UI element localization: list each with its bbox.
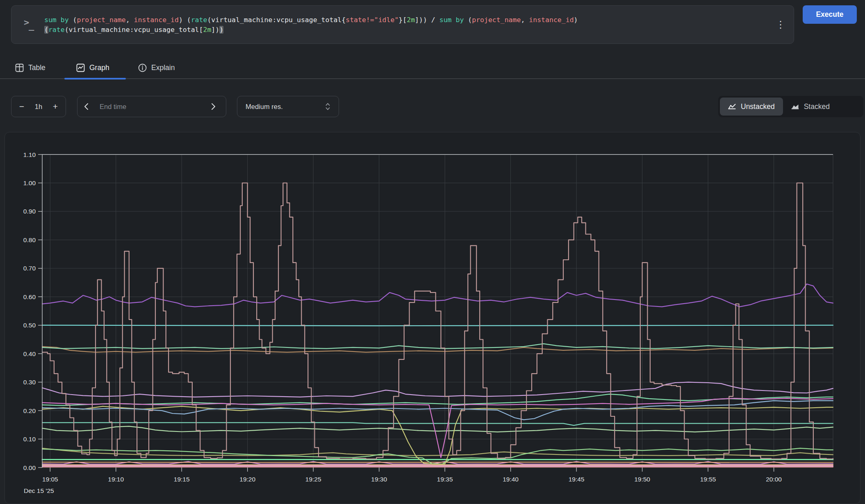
stacked-label: Stacked	[804, 102, 830, 111]
tab-graph-label: Graph	[89, 64, 109, 72]
unstacked-label: Unstacked	[741, 102, 775, 111]
svg-text:19:30: 19:30	[371, 476, 387, 483]
duration-decrease-button[interactable]: −	[18, 102, 25, 111]
svg-text:0.40: 0.40	[23, 350, 36, 357]
tab-explain[interactable]: Explain	[138, 59, 175, 76]
graph-controls: − 1h + End time Medium res.	[0, 96, 865, 117]
svg-text:0.00: 0.00	[23, 464, 36, 471]
svg-text:19:50: 19:50	[634, 476, 650, 483]
svg-text:19:45: 19:45	[569, 476, 585, 483]
svg-text:Dec 15 '25: Dec 15 '25	[24, 487, 54, 494]
svg-text:0.90: 0.90	[23, 208, 36, 215]
svg-text:19:10: 19:10	[108, 476, 124, 483]
svg-text:20:00: 20:00	[766, 476, 782, 483]
unstacked-button[interactable]: Unstacked	[720, 98, 783, 116]
graph-canvas[interactable]: 1.101.000.900.800.700.600.500.400.300.20…	[5, 132, 861, 504]
svg-text:0.50: 0.50	[23, 322, 36, 329]
stacked-button[interactable]: Stacked	[783, 98, 838, 116]
svg-text:0.20: 0.20	[23, 407, 36, 414]
graph-icon	[76, 64, 85, 72]
query-bar[interactable]: > _ sum by (project_name, instance_id) (…	[11, 5, 794, 44]
svg-text:0.70: 0.70	[23, 265, 36, 272]
endtime-prev-button[interactable]	[84, 103, 92, 110]
resolution-value: Medium res.	[246, 103, 283, 111]
resolution-select[interactable]: Medium res.	[237, 96, 339, 117]
svg-text:0.60: 0.60	[23, 293, 36, 300]
line-chart-icon	[728, 103, 736, 110]
endtime-input[interactable]: End time	[92, 103, 211, 111]
svg-text:19:25: 19:25	[305, 476, 321, 483]
stacking-toggle-group: Unstacked Stacked	[718, 96, 863, 117]
tab-table[interactable]: Table	[15, 59, 46, 76]
active-tab-underline	[64, 78, 126, 79]
tab-graph[interactable]: Graph	[76, 59, 109, 76]
duration-increase-button[interactable]: +	[52, 102, 59, 111]
duration-control: − 1h +	[11, 96, 66, 117]
svg-text:19:05: 19:05	[42, 476, 58, 483]
tab-table-label: Table	[28, 64, 46, 72]
area-chart-icon	[791, 103, 799, 110]
tabs-bar: Table Graph Explain	[0, 56, 865, 79]
info-icon	[138, 64, 147, 72]
select-chevrons-icon	[325, 102, 330, 111]
svg-text:19:15: 19:15	[174, 476, 190, 483]
svg-text:0.80: 0.80	[23, 236, 36, 243]
svg-text:1.10: 1.10	[23, 151, 36, 158]
duration-value[interactable]: 1h	[35, 103, 42, 111]
tabs-divider	[0, 78, 865, 79]
terminal-prompt-icon: > _	[24, 17, 43, 34]
svg-text:1.00: 1.00	[23, 179, 36, 186]
svg-text:19:35: 19:35	[437, 476, 453, 483]
svg-text:19:55: 19:55	[700, 476, 716, 483]
chart-panel: 1.101.000.900.800.700.600.500.400.300.20…	[5, 132, 860, 504]
chevron-left-icon	[84, 103, 89, 110]
svg-text:19:20: 19:20	[239, 476, 255, 483]
tab-explain-label: Explain	[151, 64, 175, 72]
svg-text:19:40: 19:40	[503, 476, 519, 483]
chevron-right-icon	[211, 103, 216, 110]
endtime-next-button[interactable]	[211, 103, 219, 110]
execute-button[interactable]: Execute	[803, 5, 857, 24]
svg-text:0.10: 0.10	[23, 436, 36, 443]
kebab-menu-icon[interactable]: ⋮	[776, 16, 785, 33]
prometheus-query-page: > _ sum by (project_name, instance_id) (…	[0, 0, 865, 504]
query-input[interactable]: sum by (project_name, instance_id) (rate…	[44, 15, 770, 35]
svg-text:0.30: 0.30	[23, 379, 36, 386]
table-icon	[15, 64, 24, 72]
endtime-control[interactable]: End time	[77, 96, 226, 117]
